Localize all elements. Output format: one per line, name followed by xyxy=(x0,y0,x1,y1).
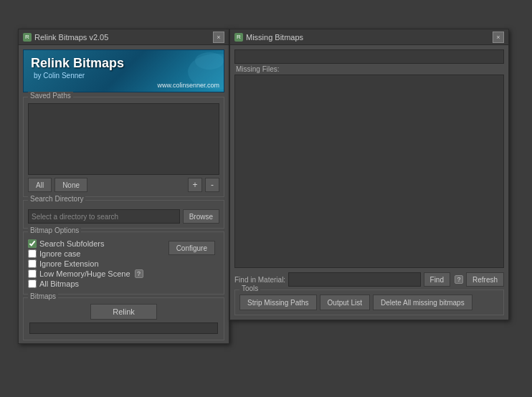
banner-title: Relink Bitmaps xyxy=(31,56,124,71)
tools-buttons: Strip Missing Paths Output List Delete A… xyxy=(239,295,499,310)
saved-paths-group: Saved Paths All None + - xyxy=(23,97,224,197)
window-icon-right: R xyxy=(234,33,243,42)
find-in-material-input[interactable] xyxy=(288,272,420,287)
title-bar-right: R Missing Bitmaps × xyxy=(230,29,508,45)
search-subfolders-checkbox[interactable] xyxy=(28,239,37,248)
search-dir-row: Browse xyxy=(28,209,219,224)
saved-paths-label: Saved Paths xyxy=(28,92,73,100)
strip-missing-paths-button[interactable]: Strip Missing Paths xyxy=(239,295,317,310)
tools-group: Tools Strip Missing Paths Output List De… xyxy=(234,290,504,315)
ignore-case-checkbox[interactable] xyxy=(28,249,37,258)
all-bitmaps-label-text: All Bitmaps xyxy=(39,279,79,288)
relink-button[interactable]: Relink xyxy=(90,304,157,320)
output-list-button[interactable]: Output List xyxy=(320,295,370,310)
find-button[interactable]: Find xyxy=(424,272,450,287)
bitmaps-label: Bitmaps xyxy=(28,292,58,300)
browse-button[interactable]: Browse xyxy=(183,209,219,224)
title-bar-left-content: R Relink Bitmaps v2.05 xyxy=(23,33,108,42)
path-buttons: All None + - xyxy=(28,178,219,192)
saved-paths-list xyxy=(28,103,219,175)
bitmap-options-label: Bitmap Options xyxy=(28,226,81,234)
bitmap-options-group: Bitmap Options Configure Search Subfolde… xyxy=(23,231,224,295)
banner: Relink Bitmaps by Colin Senner www.colin… xyxy=(23,49,224,92)
window-icon: R xyxy=(23,33,32,42)
ignore-extension-label-text: Ignore Extension xyxy=(39,259,99,268)
find-in-material-row: Find in Material: Find ? Refresh xyxy=(234,272,504,287)
none-button[interactable]: None xyxy=(54,178,87,192)
find-in-material-label: Find in Material: xyxy=(234,276,285,284)
window-title-right: Missing Bitmaps xyxy=(246,33,303,42)
low-memory-row: Low Memory/Huge Scene ? xyxy=(28,269,219,278)
tools-label: Tools xyxy=(239,284,260,292)
add-path-button[interactable]: + xyxy=(188,178,202,192)
relink-bitmaps-window: R Relink Bitmaps v2.05 × Relink Bitmaps … xyxy=(18,29,229,344)
remove-path-button[interactable]: - xyxy=(205,178,219,192)
find-help-icon[interactable]: ? xyxy=(455,275,463,284)
all-bitmaps-row: All Bitmaps xyxy=(28,279,219,288)
title-bar-right-content: R Missing Bitmaps xyxy=(234,33,303,42)
search-subfolders-label-text: Search Subfolders xyxy=(39,239,105,248)
search-directory-input[interactable] xyxy=(28,209,180,224)
all-button[interactable]: All xyxy=(28,178,52,192)
svg-point-1 xyxy=(195,52,224,70)
top-input-right xyxy=(234,49,504,64)
ignore-extension-checkbox[interactable] xyxy=(28,259,37,268)
bitmaps-group: Bitmaps Relink xyxy=(23,297,224,340)
ignore-extension-row: Ignore Extension xyxy=(28,259,219,268)
configure-button[interactable]: Configure xyxy=(168,241,215,255)
missing-files-list xyxy=(234,75,504,268)
low-memory-checkbox[interactable] xyxy=(28,269,37,278)
refresh-button[interactable]: Refresh xyxy=(466,272,504,287)
low-memory-label-text: Low Memory/Huge Scene xyxy=(39,269,130,278)
search-directory-group: Search Directory Browse xyxy=(23,200,224,229)
delete-missing-bitmaps-button[interactable]: Delete All missing bitmaps xyxy=(373,295,472,310)
ignore-case-label-text: Ignore case xyxy=(39,249,80,258)
window-title: Relink Bitmaps v2.05 xyxy=(34,33,108,42)
title-bar-left: R Relink Bitmaps v2.05 × xyxy=(19,29,229,45)
missing-files-label: Missing Files: xyxy=(236,65,504,73)
banner-url: www.colinsenner.com xyxy=(157,82,219,89)
bitmaps-input xyxy=(29,322,218,334)
missing-bitmaps-window: R Missing Bitmaps × Missing Files: Find … xyxy=(229,29,509,320)
bitmap-options-inner: Configure Search Subfolders Ignore case … xyxy=(28,235,219,288)
low-memory-help-icon[interactable]: ? xyxy=(135,269,143,278)
search-directory-label: Search Directory xyxy=(28,195,85,203)
banner-subtitle: by Colin Senner xyxy=(34,72,85,80)
close-button-right[interactable]: × xyxy=(493,32,504,43)
close-button-left[interactable]: × xyxy=(213,32,224,43)
all-bitmaps-checkbox[interactable] xyxy=(28,279,37,288)
